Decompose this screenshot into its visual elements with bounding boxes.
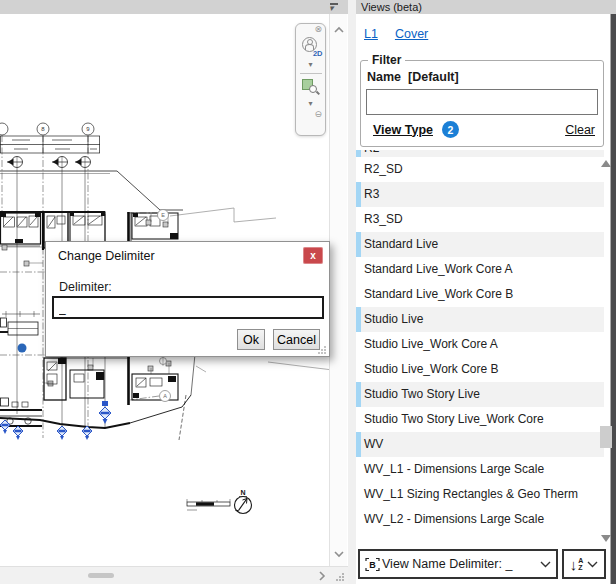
view-list-item[interactable]: Studio Two Story Live [356,382,604,407]
dialog-resize-grip-icon[interactable] [317,345,327,355]
collapse-pane-icon[interactable]: ▾ [328,2,340,12]
view-list-item[interactable]: WV [356,432,604,457]
change-delimiter-dialog: Change Delimiter x Delimiter: Ok Cancel [45,241,330,357]
view-shortcut-links: L1 Cover [364,27,428,41]
view-name: R3 [356,182,604,207]
sort-a-letter: A [578,557,583,564]
scroll-up-icon[interactable] [334,26,344,34]
toolbar-minimize-icon[interactable]: ⊖ [314,110,322,119]
sort-az-icon: A Z [578,557,583,571]
filter-groupbox: Filter Name [Default] View Type 2 Clear [360,60,604,147]
selection-bar [356,432,361,457]
view-list-item[interactable]: Studio Live [356,307,604,332]
view-name: WV_L2 - Dimensions Large Scale [356,507,604,532]
toolbar-close-icon[interactable]: ⊗ [314,25,322,34]
selection-bar [356,232,361,257]
ok-button[interactable]: Ok [237,329,265,350]
delimiter-field-label: Delimiter: [59,280,112,294]
wheel-2d-label: 2D [313,49,323,58]
link-l1[interactable]: L1 [364,27,378,41]
chevron-down-icon [540,561,551,568]
view-list-item[interactable]: R2_SD [356,157,604,182]
rename-delimiter-icon: B [365,557,380,572]
list-scrollbar-thumb[interactable] [600,426,612,448]
grid-bubble-a: A [163,393,167,399]
view-type-row: View Type 2 Clear [373,120,595,139]
delimiter-dropdown-label: View Name Delimiter: _ [382,557,512,571]
view-name: Studio Two Story Live [356,382,604,407]
drawing-horizontal-scrollbar[interactable] [0,566,348,584]
scroll-down-icon[interactable] [334,550,344,558]
list-scroll-up-icon[interactable] [601,160,611,167]
drawing-pane-header: ▾ [0,0,348,14]
chevron-down-icon [587,561,598,568]
north-label: N [240,489,245,496]
view-name: Standard Live [356,232,604,257]
view-name: Studio Live_Work Core A [356,332,604,357]
selection-bar [356,307,361,332]
zoom-options-caret-icon[interactable]: ▾ [308,99,312,108]
view-name: WV [356,432,604,457]
view-name: WV_L1 - Dimensions Large Scale [356,457,604,482]
view-list-item[interactable]: Studio Live_Work Core A [356,332,604,357]
selection-bar [356,382,361,407]
selection-bar [356,182,361,207]
link-cover[interactable]: Cover [395,27,428,41]
view-name-delimiter-dropdown[interactable]: B View Name Delimiter: _ [358,549,558,579]
view-list-item[interactable]: WV_L1 - Dimensions Large Scale [356,457,604,482]
view-list-item[interactable]: Studio Two Story Live_Work Core [356,407,604,432]
view-list-item[interactable]: WV_L1 Sizing Rectangles & Geo Therm [356,482,604,507]
scrollbar-thumb[interactable] [88,573,114,578]
selection-bar [356,150,361,157]
view-list-item[interactable]: R3_SD [356,207,604,232]
sort-z-letter: Z [578,564,583,571]
view-list-item[interactable]: Studio Live_Work Core B [356,357,604,382]
toolbar-divider [300,73,322,74]
view-type-count-badge: 2 [442,121,459,138]
magnifier-handle-icon [316,91,320,95]
view-name: Studio Live_Work Core B [356,357,604,382]
view-name: R3_SD [356,207,604,232]
view-type-link[interactable]: View Type [373,123,433,137]
application-window: ▾ 8 9 [0,0,616,584]
view-list-item[interactable]: R2 [356,150,604,157]
list-scrollbar[interactable] [599,150,614,548]
dialog-title: Change Delimiter [58,249,155,263]
view-list-item[interactable]: WV_L2 - Dimensions Large Scale [356,507,604,532]
views-list: R2 R2_SD R3 R3_SD [356,150,604,548]
view-name: Standard Live_Work Core A [356,257,604,282]
zoom-region-icon[interactable] [302,78,320,96]
svg-text:B: B [369,560,376,570]
sort-arrow-icon: ↓ [570,557,578,572]
name-filter-input[interactable] [366,89,598,115]
view-name: R2_SD [356,157,604,182]
drawing-vertical-scrollbar[interactable] [329,14,347,566]
view-list-item[interactable]: Standard Live [356,232,604,257]
pane-divider [348,0,356,584]
view-list-item[interactable]: Standard Live_Work Core A [356,257,604,282]
wheel-options-caret-icon[interactable]: ▾ [308,60,312,69]
resize-grip-icon[interactable] [335,572,345,582]
views-panel-header: Views (beta) [356,0,616,14]
sort-order-dropdown[interactable]: ↓ A Z [562,549,606,579]
list-scroll-down-icon[interactable] [601,535,611,542]
navigation-toolbar: ⊗ 2D ▾ ▾ ⊖ [295,23,326,136]
scroll-right-icon[interactable] [318,571,326,581]
view-list-item[interactable]: R3 [356,182,604,207]
scale-bar [187,499,230,510]
view-list-item[interactable]: Standard Live_Work Core B [356,282,604,307]
view-name: R2 [356,150,604,157]
steering-wheel-2d-icon[interactable]: 2D [301,37,321,57]
view-name: Studio Two Story Live_Work Core [356,407,604,432]
filter-legend: Filter [368,53,405,67]
dialog-close-button[interactable]: x [303,247,323,264]
view-name: Standard Live_Work Core B [356,282,604,307]
name-default-label: Name [Default] [367,70,459,84]
view-name: Studio Live [356,307,604,332]
north-arrow [235,497,252,514]
cancel-button[interactable]: Cancel [273,329,320,350]
clear-filter-link[interactable]: Clear [565,123,595,137]
delimiter-input[interactable] [52,296,324,319]
view-name: WV_L1 Sizing Rectangles & Geo Therm [356,482,604,507]
grid-bubble-e: E [161,212,165,218]
